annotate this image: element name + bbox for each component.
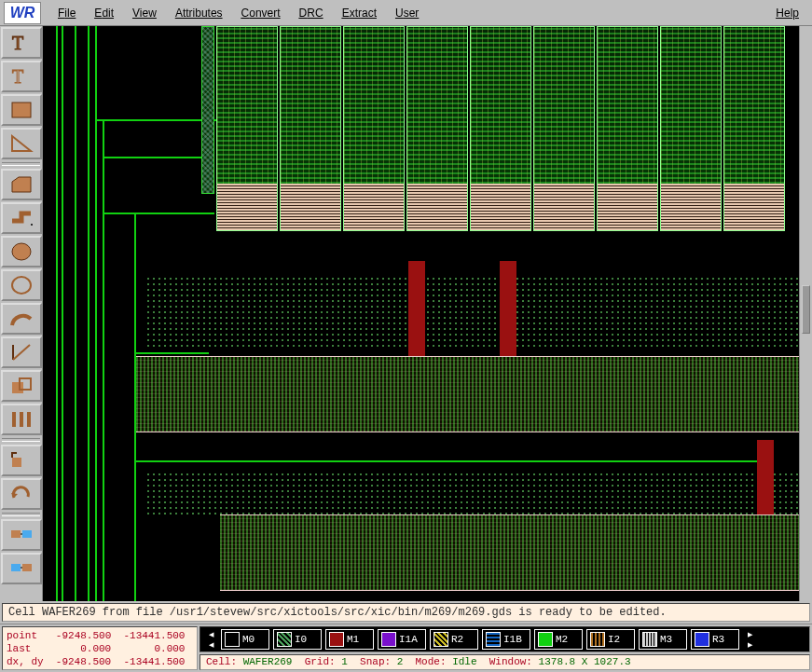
tool-rotate[interactable] <box>1 478 42 510</box>
layer-M2[interactable]: M2 <box>534 629 583 650</box>
tool-panel: T T <box>0 26 43 601</box>
tool-array[interactable] <box>1 404 42 435</box>
svg-rect-2 <box>12 103 31 117</box>
svg-rect-15 <box>12 458 21 467</box>
svg-rect-10 <box>12 382 23 393</box>
svg-rect-11 <box>20 378 31 390</box>
tool-origin[interactable] <box>1 445 42 476</box>
menu-edit[interactable]: Edit <box>85 3 123 23</box>
menu-edit-label: Edit <box>94 7 114 20</box>
tool-circle-outline[interactable] <box>1 269 42 301</box>
menu-help[interactable]: Help <box>766 3 808 23</box>
svg-marker-4 <box>12 177 31 192</box>
info-line: Cell: WAFER269 Grid: 1 Snap: 2 Mode: Idl… <box>200 654 810 670</box>
layer-M1[interactable]: M1 <box>325 629 374 650</box>
menu-file-label: File <box>58 7 76 20</box>
layer-M0[interactable]: M0 <box>221 629 269 650</box>
svg-marker-16 <box>11 493 18 498</box>
svg-rect-20 <box>22 564 32 571</box>
menu-extract-label: Extract <box>342 7 377 20</box>
layer-I0[interactable]: I0 <box>273 629 322 650</box>
svg-text:T: T <box>12 33 23 53</box>
menu-attributes-label: Attributes <box>175 7 223 20</box>
svg-point-5 <box>31 224 33 226</box>
menu-view[interactable]: View <box>123 3 166 23</box>
layer-R3[interactable]: R3 <box>691 629 739 650</box>
svg-rect-13 <box>20 412 23 427</box>
layer-I1B[interactable]: I1B <box>482 629 530 650</box>
tool-triangle[interactable] <box>1 128 42 159</box>
svg-marker-3 <box>12 136 31 151</box>
layer-R2[interactable]: R2 <box>430 629 478 650</box>
tool-edge[interactable] <box>1 336 42 368</box>
menu-view-label: View <box>132 7 157 20</box>
svg-rect-18 <box>22 530 32 538</box>
layout-canvas[interactable] <box>43 26 799 601</box>
svg-rect-14 <box>27 412 31 427</box>
svg-text:T: T <box>12 66 23 87</box>
menu-user[interactable]: User <box>386 3 428 23</box>
menubar: WR File Edit View Attributes Convert DRC… <box>0 0 812 26</box>
status-line: Cell WAFER269 from file /usr1/stevew/src… <box>2 603 810 622</box>
tool-arc[interactable] <box>1 303 42 335</box>
svg-rect-12 <box>12 412 16 427</box>
svg-point-6 <box>12 243 31 260</box>
menu-help-label: Help <box>776 7 799 20</box>
layer-bar: ◀◀ M0 I0 M1 I1A R2 I1B M2 I2 M3 R3 ▶▶ <box>200 626 810 652</box>
tool-rect-fill[interactable] <box>1 94 42 126</box>
tool-path[interactable] <box>1 202 42 234</box>
tool-text-box[interactable]: T <box>1 61 42 92</box>
vertical-scrollbar[interactable] <box>799 26 812 601</box>
svg-rect-19 <box>11 564 21 571</box>
menu-attributes[interactable]: Attributes <box>166 3 232 23</box>
menu-user-label: User <box>395 7 419 20</box>
menu-convert[interactable]: Convert <box>232 3 290 23</box>
layer-I1A[interactable]: I1A <box>378 629 426 650</box>
menu-convert-label: Convert <box>241 7 281 20</box>
tool-copy-layer[interactable] <box>1 370 42 402</box>
tool-layer-swap-b[interactable] <box>1 553 42 584</box>
menu-drc-label: DRC <box>299 7 323 20</box>
tool-polygon[interactable] <box>1 169 42 200</box>
tool-text-large[interactable]: T <box>1 27 42 59</box>
app-logo: WR <box>4 2 41 24</box>
svg-rect-17 <box>11 530 21 538</box>
tool-layer-swap-a[interactable] <box>1 519 42 551</box>
svg-line-9 <box>13 345 30 360</box>
menu-drc[interactable]: DRC <box>290 3 333 23</box>
layer-scroll-left[interactable]: ◀◀ <box>204 629 217 650</box>
svg-point-7 <box>12 277 31 294</box>
menu-extract[interactable]: Extract <box>333 3 386 23</box>
layer-I2[interactable]: I2 <box>586 629 635 650</box>
tool-circle-fill[interactable] <box>1 236 42 267</box>
layer-M3[interactable]: M3 <box>639 629 687 650</box>
layer-scroll-right[interactable]: ▶▶ <box>743 629 756 650</box>
coords-readout: point -9248.500 -13441.500 last 0.000 0.… <box>2 626 198 670</box>
menu-file[interactable]: File <box>48 3 85 23</box>
